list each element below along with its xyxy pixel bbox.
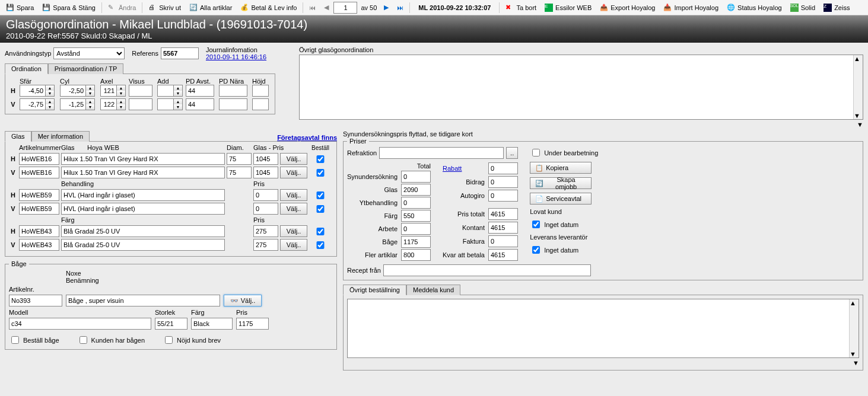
bestall-checkbox[interactable] [314,191,327,199]
spinner[interactable]: ▲▼ [174,85,183,97]
valj-button[interactable]: Välj.. [280,153,307,165]
glas-input[interactable] [401,184,431,196]
valj-button[interactable]: Välj.. [280,203,307,215]
bestall-checkbox[interactable] [314,169,327,177]
bage-artnr-input[interactable] [9,295,62,306]
under-checkbox[interactable]: Under bearbetning [530,147,598,158]
bestall-checkbox[interactable] [314,241,327,249]
v-axel-input[interactable] [100,98,117,110]
scrollbar[interactable]: ▲▼ [849,299,859,357]
v-visus-input[interactable] [129,98,152,110]
art-input[interactable] [19,189,59,201]
bage-name-input[interactable] [66,295,220,306]
nav-prev-button[interactable]: ◀ [320,2,332,12]
spinner[interactable]: ▲▼ [46,98,55,110]
art-input[interactable] [19,203,59,215]
dropdown-arrow-icon[interactable]: ▼ [857,121,863,128]
tab-prisma[interactable]: Prismaordination / TP [48,63,124,74]
pris-input[interactable] [236,318,269,330]
refraktion-input[interactable] [379,147,504,159]
ref-input[interactable] [161,47,199,59]
bidrag-input[interactable] [488,176,518,188]
nojd-kund-checkbox[interactable]: Nöjd kund brev [163,334,221,346]
fler-input[interactable] [401,249,431,261]
valj-button[interactable]: Välj.. [280,189,307,201]
export-hoyalog-button[interactable]: 📤Export Hoyalog [596,2,659,13]
farg-input[interactable] [191,318,233,330]
tab-meddela[interactable]: Meddela kund [406,285,460,295]
status-hoyalog-button[interactable]: 🌐Status Hoyalog [723,2,786,13]
dropdown-arrow-icon[interactable]: ▼ [853,359,859,366]
art-input[interactable] [19,153,59,165]
name-input[interactable] [61,167,225,178]
import-hoyalog-button[interactable]: 📥Import Hoyalog [660,2,722,13]
recept-input[interactable] [383,264,591,276]
foretagsavtal-link[interactable]: Företagsavtal finns [277,134,337,141]
pris-input[interactable] [253,203,278,215]
pris-input[interactable] [253,153,278,165]
ovrigt-bestall-textarea[interactable] [348,299,849,357]
journal-link[interactable]: 2010-09-11 16:46:16 [206,53,266,60]
kontant-input[interactable] [488,222,518,234]
spinner[interactable]: ▲▼ [46,85,55,97]
all-articles-button[interactable]: 🔄Alla artiklar [186,2,236,13]
name-input[interactable] [61,239,225,251]
autogiro-input[interactable] [488,190,518,202]
kunden-har-checkbox[interactable]: Kunden har bågen [77,334,145,346]
pris-input[interactable] [253,225,278,237]
h-pdavst-input[interactable] [186,85,214,97]
spinner[interactable]: ▲▼ [86,85,95,97]
diam-input[interactable] [227,153,252,165]
v-pdavst-input[interactable] [186,98,214,110]
bage-input[interactable] [401,236,431,248]
tab-ovrigt-bestall[interactable]: Övrigt beställning [343,285,406,295]
h-add-input[interactable] [157,85,174,97]
name-input[interactable] [61,203,225,215]
h-sfar-input[interactable] [20,85,46,97]
h-cyl-input[interactable] [60,85,86,97]
valj-button[interactable]: Välj.. [280,167,307,178]
bestall-bage-checkbox[interactable]: Beställ båge [9,334,59,346]
save-button[interactable]: 💾Spara [2,2,37,13]
valj-button[interactable]: Välj.. [280,239,307,251]
tab-ordination[interactable]: Ordination [5,63,48,74]
bestall-checkbox[interactable] [314,155,327,163]
kvar-input[interactable] [488,249,518,261]
v-hojd-input[interactable] [252,98,269,110]
usage-select[interactable]: Avstånd [53,47,125,59]
yt-input[interactable] [401,197,431,209]
nav-first-button[interactable]: ⏮ [306,3,319,12]
print-button[interactable]: 🖨Skriv ut [145,2,185,13]
h-pdnara-input[interactable] [219,85,247,97]
storlek-input[interactable] [155,318,187,330]
name-input[interactable] [61,153,225,165]
inget2-checkbox[interactable]: Inget datum [530,244,598,256]
bestall-checkbox[interactable] [314,205,327,213]
name-input[interactable] [61,225,225,237]
nav-next-button[interactable]: ▶ [380,2,392,12]
arbete-input[interactable] [401,223,431,235]
h-hojd-input[interactable] [252,85,269,97]
syn-input[interactable] [401,171,431,183]
pris-input[interactable] [253,239,278,251]
name-input[interactable] [61,189,225,201]
pris-input[interactable] [253,167,278,178]
pay-info-button[interactable]: 💰Betal & Lev info [237,2,300,13]
spinner[interactable]: ▲▼ [117,98,126,110]
v-cyl-input[interactable] [60,98,86,110]
valj-button[interactable]: Välj.. [280,225,307,237]
essilor-button[interactable]: EEssilor WEB [541,2,595,13]
pris-input[interactable] [253,189,278,201]
tab-glas[interactable]: Glas [5,131,31,142]
scrollbar[interactable]: ▲▼ [853,55,863,119]
bage-valj-button[interactable]: 👓Välj.. [224,295,262,306]
tab-mer[interactable]: Mer information [31,131,90,142]
v-pdnara-input[interactable] [219,98,247,110]
art-input[interactable] [19,167,59,178]
save-close-button[interactable]: 💾Spara & Stäng [39,2,99,13]
rabatt-link[interactable]: Rabatt [443,165,485,172]
zeiss-button[interactable]: ZZeiss [820,2,853,13]
ovrigt-textarea[interactable] [300,55,853,119]
art-input[interactable] [19,239,59,251]
diam-input[interactable] [227,167,252,178]
